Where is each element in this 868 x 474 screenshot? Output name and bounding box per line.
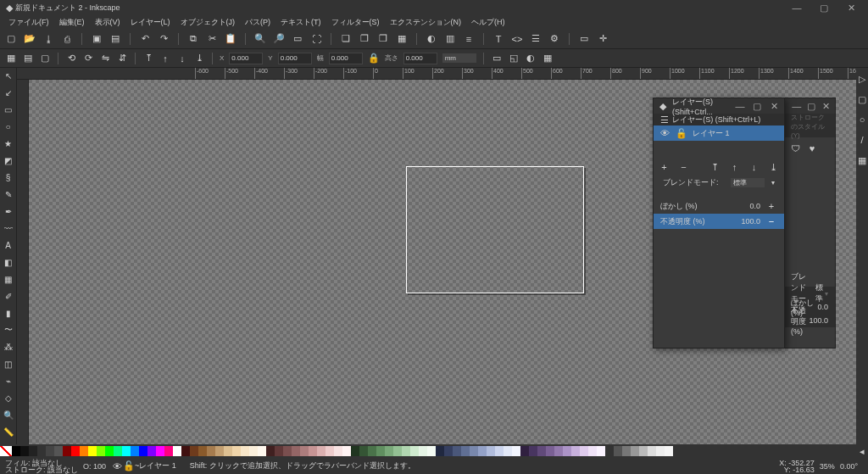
pen-tool-icon[interactable]: ✒ — [2, 205, 15, 217]
color-swatch[interactable] — [241, 446, 249, 456]
maximize-button[interactable]: ▢ — [810, 0, 837, 15]
paste-icon[interactable]: 📋 — [225, 33, 236, 45]
status-eye-icon[interactable]: 👁 — [111, 460, 123, 472]
snap-bbox-icon[interactable]: ▢ — [856, 93, 868, 105]
fill-panel-min-icon[interactable]: — — [791, 98, 802, 114]
color-swatch[interactable] — [20, 446, 29, 456]
color-swatch[interactable] — [656, 446, 665, 456]
clone-icon[interactable]: ❐ — [359, 33, 370, 45]
fill-stroke-style-tab[interactable]: ストロークのスタイル(Y) — [784, 114, 835, 137]
color-swatch[interactable] — [639, 446, 648, 456]
menu-text[interactable]: テキスト(T) — [275, 17, 326, 28]
menu-view[interactable]: 表示(V) — [90, 17, 125, 28]
color-swatch[interactable] — [54, 446, 63, 456]
zoom-page-icon[interactable]: ▭ — [292, 33, 303, 45]
fill-panel-max-icon[interactable]: ▢ — [805, 98, 816, 114]
opacity-val[interactable]: 100.0 — [741, 217, 760, 226]
flip-v-icon[interactable]: ⇵ — [116, 53, 128, 64]
layers-panel-close-icon[interactable]: ✕ — [767, 98, 781, 114]
menu-object[interactable]: オブジェクト(J) — [175, 17, 241, 28]
layers-panel-min-icon[interactable]: — — [733, 98, 747, 114]
rotate-cw-icon[interactable]: ⟳ — [82, 53, 94, 64]
lower-bottom-icon[interactable]: ⤓ — [193, 53, 205, 64]
color-swatch[interactable] — [37, 446, 46, 456]
menu-icon[interactable]: ☰ — [659, 114, 670, 125]
add-layer-icon[interactable]: + — [660, 161, 668, 173]
status-lock-icon[interactable]: 🔓 — [123, 460, 135, 472]
zoom-tool-icon[interactable]: 🔍 — [2, 409, 15, 421]
color-swatch[interactable] — [665, 446, 673, 456]
spiral-tool-icon[interactable]: § — [2, 171, 15, 183]
color-swatch[interactable] — [376, 446, 385, 456]
color-swatch[interactable] — [402, 446, 410, 456]
snap-grid-icon[interactable]: ▦ — [856, 154, 868, 166]
menu-path[interactable]: パス(P) — [240, 17, 275, 28]
new-icon[interactable]: ▢ — [5, 33, 17, 45]
color-swatch[interactable] — [156, 446, 164, 456]
layer-row[interactable]: 👁 🔓 レイヤー 1 — [654, 125, 784, 141]
no-color-swatch[interactable] — [0, 446, 12, 456]
zoom-in-icon[interactable]: 🔍 — [254, 33, 266, 45]
color-swatch[interactable] — [334, 446, 342, 456]
selector-tool-icon[interactable]: ↖ — [2, 70, 15, 81]
import-icon[interactable]: ▣ — [91, 33, 103, 45]
ellipse-tool-icon[interactable]: ○ — [2, 120, 15, 132]
lpe-tool-icon[interactable]: ◇ — [2, 392, 15, 404]
color-swatch[interactable] — [342, 446, 351, 456]
menu-filter[interactable]: フィルター(S) — [326, 17, 385, 28]
scale-stroke-icon[interactable]: ▭ — [491, 53, 503, 64]
color-swatch[interactable] — [122, 446, 131, 456]
color-swatch[interactable] — [232, 446, 241, 456]
text-icon[interactable]: T — [492, 33, 504, 45]
shield-icon[interactable]: 🛡 — [789, 142, 801, 154]
fill-op-val[interactable]: 100.0 — [809, 316, 828, 325]
move-pattern-icon[interactable]: ▦ — [542, 53, 554, 64]
select-all-icon[interactable]: ▦ — [5, 53, 17, 64]
layers-icon[interactable]: ☰ — [530, 33, 542, 45]
color-swatch[interactable] — [80, 446, 88, 456]
color-swatch[interactable] — [419, 446, 427, 456]
menu-extension[interactable]: エクステンション(N) — [385, 17, 467, 28]
color-swatch[interactable] — [495, 446, 504, 456]
color-swatch[interactable] — [622, 446, 631, 456]
snap-toggle-icon[interactable]: ▷ — [856, 73, 868, 85]
color-swatch[interactable] — [46, 446, 54, 456]
color-swatch[interactable] — [29, 446, 37, 456]
3dbox-tool-icon[interactable]: ◩ — [2, 154, 15, 166]
layers-panel-max-icon[interactable]: ▢ — [750, 98, 764, 114]
color-swatch[interactable] — [512, 446, 520, 456]
text-tool-icon[interactable]: A — [2, 239, 15, 251]
color-swatch[interactable] — [605, 446, 614, 456]
deselect-icon[interactable]: ▢ — [39, 53, 51, 64]
layer-top-icon[interactable]: ⤒ — [711, 161, 719, 173]
palette-menu-icon[interactable]: ◂ — [856, 445, 868, 457]
color-swatch[interactable] — [461, 446, 470, 456]
color-swatch[interactable] — [351, 446, 359, 456]
color-swatch[interactable] — [317, 446, 326, 456]
color-swatch[interactable] — [181, 446, 190, 456]
color-swatch[interactable] — [520, 446, 529, 456]
eraser-tool-icon[interactable]: ◫ — [2, 358, 15, 370]
color-swatch[interactable] — [359, 446, 368, 456]
fill-blend-val[interactable]: 標準 — [815, 282, 823, 304]
color-swatch[interactable] — [164, 446, 173, 456]
color-swatch[interactable] — [504, 446, 512, 456]
status-layer[interactable]: ~レイヤー 1 — [135, 460, 176, 471]
color-swatch[interactable] — [292, 446, 300, 456]
layer-up-icon[interactable]: ↑ — [731, 161, 738, 173]
color-swatch[interactable] — [436, 446, 444, 456]
snap-node-icon[interactable]: ○ — [856, 114, 868, 125]
spray-tool-icon[interactable]: ⁂ — [2, 341, 15, 353]
dropper-tool-icon[interactable]: ✐ — [2, 290, 15, 302]
color-swatch[interactable] — [207, 446, 215, 456]
color-swatch[interactable] — [563, 446, 571, 456]
prefs-icon[interactable]: ⚙ — [548, 33, 560, 45]
cut-icon[interactable]: ✂ — [206, 33, 218, 45]
color-swatch[interactable] — [487, 446, 495, 456]
star-tool-icon[interactable]: ★ — [2, 137, 15, 149]
color-swatch[interactable] — [648, 446, 656, 456]
color-swatch[interactable] — [266, 446, 275, 456]
color-swatch[interactable] — [453, 446, 461, 456]
xml-icon[interactable]: <> — [511, 33, 523, 45]
layer-name[interactable]: レイヤー 1 — [693, 128, 730, 139]
